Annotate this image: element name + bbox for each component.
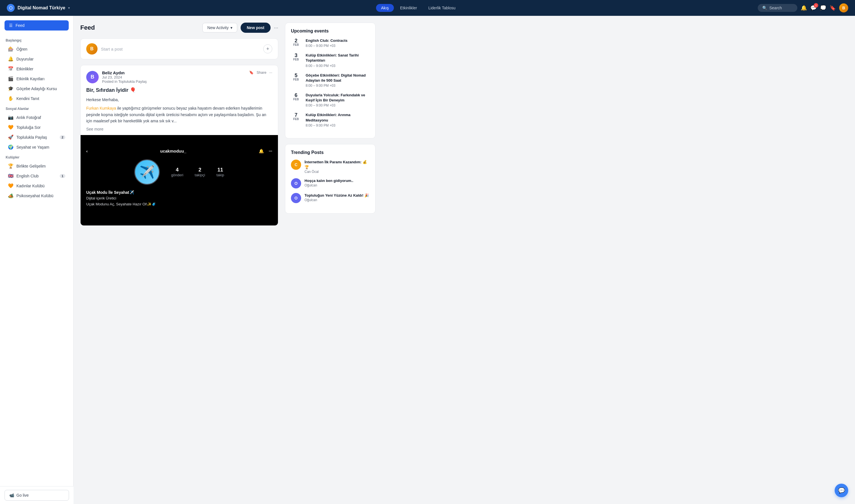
- sidebar-item-ogren[interactable]: 🎰 Öğren: [2, 44, 71, 54]
- bookmark-icon[interactable]: 🔖: [830, 5, 836, 11]
- post-content: Bir, Sıfırdan İyidir 🎈 Herkese Merhaba, …: [81, 87, 278, 135]
- kendini-tanit-icon: ✋: [8, 96, 14, 101]
- etkinlikler-icon: 📅: [8, 66, 14, 71]
- sidebar-item-english-club[interactable]: 🇬🇧 English Club 1: [2, 171, 71, 181]
- main-layout: ☰ Feed Başlangıç 🎰 Öğren 🔔 Duyurular 📅 E…: [0, 16, 855, 504]
- etkinlik-kayitlari-icon: 🎬: [8, 76, 14, 82]
- section-title-baslangic: Başlangıç: [0, 35, 73, 44]
- post-avatar: B: [86, 71, 99, 83]
- sidebar-feed-button[interactable]: ☰ Feed: [4, 20, 69, 31]
- etkinlikler-label: Etkinlikler: [16, 67, 65, 71]
- seyahat-label: Seyahat ve Yaşam: [16, 145, 65, 149]
- sidebar-item-kendini-tanit[interactable]: ✋ Kendini Tanıt: [2, 93, 71, 103]
- go-live-label: Go live: [16, 493, 29, 498]
- insta-bell-icon[interactable]: 🔔: [259, 149, 264, 154]
- go-live-section: 📹 Go live: [0, 486, 73, 504]
- brand-chevron[interactable]: ▾: [68, 6, 70, 10]
- post-author: B Beliz Aydın Jul 23, 2024 Posted in Top…: [86, 70, 147, 84]
- notification-bell[interactable]: 🔔: [801, 5, 807, 11]
- see-more-button[interactable]: See more: [86, 127, 104, 131]
- trending-avatar-1: C: [291, 160, 301, 170]
- insta-following-label: takip: [216, 173, 224, 177]
- brand-icon: ⬡: [7, 4, 15, 12]
- toplulukla-paylas-icon: 🚀: [8, 134, 14, 140]
- trending-posts-card: Trending Posts C İnternetten İlk Paramı …: [285, 144, 376, 214]
- trending-item-2[interactable]: O Hoşça kalın ben gidiyorum.. Oğulcan: [291, 178, 369, 188]
- event-item-3[interactable]: 5 FEB Göçebe Etkinlikleri: Digital Nomad…: [291, 73, 369, 88]
- top-navigation: ⬡ Digital Nomad Türkiye ▾ Akış Etkinlikl…: [0, 0, 855, 16]
- composer-input[interactable]: Start a post: [101, 47, 260, 51]
- sidebar-item-anlik-fotograf[interactable]: 📷 Anlık Fotoğraf: [2, 112, 71, 122]
- event-date-month-4: FEB: [291, 98, 301, 101]
- search-icon: 🔍: [762, 6, 767, 10]
- sidebar-item-seyahat[interactable]: 🌍 Seyahat ve Yaşam: [2, 142, 71, 152]
- english-club-icon: 🇬🇧: [8, 173, 14, 179]
- post-link[interactable]: Furkan Kumkaya: [86, 106, 116, 110]
- event-item-5[interactable]: 7 FEB Kulüp Etkinlikleri: Arınma Meditas…: [291, 112, 369, 127]
- search-box[interactable]: 🔍 Search: [758, 4, 797, 12]
- event-date-month-3: FEB: [291, 78, 301, 81]
- main-content: Feed New Activity ▾ New post ··· B Start…: [73, 16, 855, 504]
- event-date-4: 6 FEB: [291, 93, 301, 107]
- new-activity-button[interactable]: New Activity ▾: [203, 23, 237, 33]
- notification-badge-container[interactable]: 💬 1: [810, 5, 817, 11]
- duyurular-label: Duyurular: [16, 57, 65, 61]
- trending-post-text-1: İnternetten İlk Paramı Kazandım: 💰🏆: [304, 160, 369, 170]
- insta-back-icon[interactable]: ‹: [86, 149, 88, 154]
- post-body: Furkan Kumkaya ile yaptığımız görüşmeler…: [86, 105, 272, 124]
- section-title-sosyal: Sosyal Alanlar: [0, 103, 73, 112]
- trending-posts-title: Trending Posts: [291, 150, 369, 155]
- insta-stats: 4 gönderi 2 takipçi 11 takip: [171, 167, 224, 177]
- post-more-icon[interactable]: ···: [269, 70, 272, 75]
- post-composer[interactable]: B Start a post +: [80, 38, 278, 59]
- user-avatar-top[interactable]: B: [839, 3, 848, 13]
- birlikte-icon: 🏆: [8, 163, 14, 169]
- sidebar-item-kadinlar[interactable]: 🧡 Kadınlar Kulübü: [2, 181, 71, 191]
- sidebar-item-topluluga-sor[interactable]: 🧡 Topluluğa Sor: [2, 122, 71, 132]
- sidebar-item-etkinlikler[interactable]: 📅 Etkinlikler: [2, 64, 71, 74]
- composer-avatar: B: [86, 43, 98, 55]
- psiko-label: Psikoseyahat Kulübü: [16, 194, 65, 198]
- sidebar-item-kurs[interactable]: 🎓 Göçebe Adaylığı Kursu: [2, 84, 71, 93]
- insta-following-count: 11: [216, 167, 224, 173]
- event-item-2[interactable]: 3 FEB Kulüp Etkinlikleri: Sanat Tarihi T…: [291, 53, 369, 68]
- feed-area: Feed New Activity ▾ New post ··· B Start…: [80, 23, 278, 497]
- brand-logo[interactable]: ⬡ Digital Nomad Türkiye ▾: [7, 4, 70, 12]
- sidebar-item-toplulukla-paylas[interactable]: 🚀 Toplulukla Paylaş 2: [2, 132, 71, 142]
- trending-item-1[interactable]: C İnternetten İlk Paramı Kazandım: 💰🏆 Ca…: [291, 160, 369, 174]
- trending-avatar-2: O: [291, 178, 301, 188]
- nav-tab-liderlik[interactable]: Liderlik Tablosu: [423, 4, 460, 12]
- chat-icon[interactable]: 💭: [820, 5, 826, 11]
- event-item-4[interactable]: 6 FEB Duyularla Yolculuk: Farkındalık ve…: [291, 93, 369, 107]
- nav-tab-etkinlikler[interactable]: Etkinlikler: [395, 4, 422, 12]
- ogren-label: Öğren: [16, 47, 65, 51]
- trending-author-1: Can Öcal: [304, 170, 369, 174]
- composer-plus-button[interactable]: +: [263, 44, 272, 53]
- post-author-name: Beliz Aydın: [102, 70, 147, 75]
- sidebar-item-birlikte[interactable]: 🏆 Birlikte Gelişelim: [2, 161, 71, 171]
- event-info-4: Duyularla Yolculuk: Farkındalık ve Keşif…: [306, 93, 369, 107]
- trending-text-1: İnternetten İlk Paramı Kazandım: 💰🏆 Can …: [304, 160, 369, 174]
- event-item-1[interactable]: 2 FEB English Club: Contracts 8:00 – 9:0…: [291, 38, 369, 48]
- bookmark-post-icon[interactable]: 🔖: [249, 70, 254, 75]
- new-activity-label: New Activity: [207, 25, 228, 30]
- sidebar-item-etkinlik-kayitlari[interactable]: 🎬 Etkinlik Kayıtları: [2, 74, 71, 84]
- anlik-fotograf-label: Anlık Fotoğraf: [16, 115, 65, 120]
- insta-posts-stat: 4 gönderi: [171, 167, 183, 177]
- new-post-button[interactable]: New post: [241, 23, 271, 33]
- nav-tab-akis[interactable]: Akış: [376, 4, 394, 12]
- insta-menu-icon[interactable]: ···: [268, 149, 272, 154]
- ogren-icon: 🎰: [8, 46, 14, 52]
- event-date-5: 7 FEB: [291, 112, 301, 127]
- event-info-1: English Club: Contracts 8:00 – 9:00 PM +…: [306, 38, 369, 48]
- feed-title: Feed: [80, 24, 95, 31]
- sidebar-item-duyurular[interactable]: 🔔 Duyurular: [2, 54, 71, 64]
- chat-float-button[interactable]: 💬: [835, 484, 848, 497]
- go-live-button[interactable]: 📹 Go live: [4, 490, 69, 501]
- sidebar-item-psiko[interactable]: 🏕️ Psikoseyahat Kulübü: [2, 191, 71, 201]
- feed-more-button[interactable]: ···: [274, 25, 278, 31]
- trending-item-3[interactable]: O Topluluğun Yeni Yüzüne Az Kaldı! 🎉 Oğu…: [291, 193, 369, 203]
- share-button[interactable]: Share: [257, 70, 266, 75]
- seyahat-icon: 🌍: [8, 144, 14, 150]
- psiko-icon: 🏕️: [8, 193, 14, 198]
